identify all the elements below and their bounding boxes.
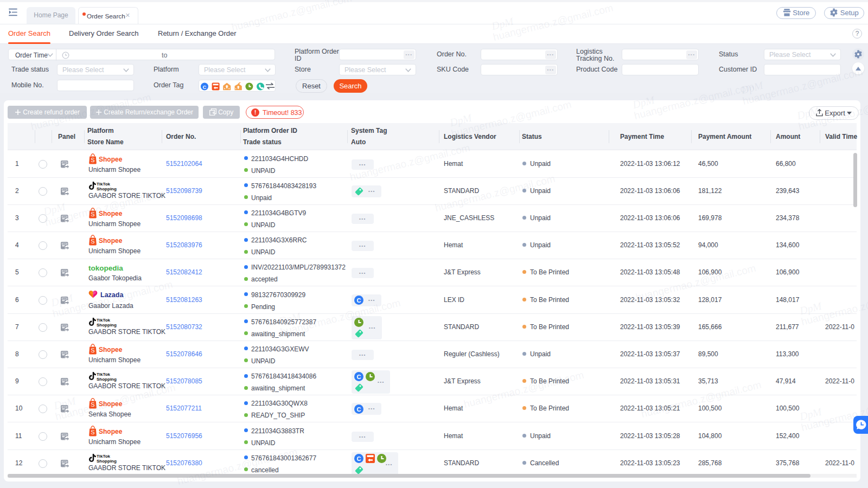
svg-text:S: S bbox=[91, 210, 94, 217]
svg-text:TikTok: TikTok bbox=[97, 317, 111, 322]
svg-text:C: C bbox=[357, 374, 361, 380]
svg-text:TikTok: TikTok bbox=[97, 453, 111, 458]
svg-text:Shopping: Shopping bbox=[97, 322, 117, 327]
svg-text:C: C bbox=[357, 455, 361, 462]
svg-text:C: C bbox=[357, 297, 361, 304]
svg-text:Shopee: Shopee bbox=[99, 155, 123, 163]
svg-text:Shopping: Shopping bbox=[97, 186, 117, 191]
svg-text:S: S bbox=[91, 238, 94, 245]
svg-text:Shopee: Shopee bbox=[99, 237, 123, 245]
svg-text:Shopee: Shopee bbox=[99, 209, 123, 217]
svg-text:S: S bbox=[91, 156, 94, 163]
svg-text:S: S bbox=[91, 401, 94, 408]
svg-text:Shopping: Shopping bbox=[97, 377, 117, 382]
svg-text:Shopee: Shopee bbox=[99, 345, 123, 353]
svg-text:TikTok: TikTok bbox=[97, 372, 111, 377]
svg-text:C: C bbox=[357, 406, 361, 413]
svg-text:TikTok: TikTok bbox=[97, 181, 111, 186]
svg-text:Shopee: Shopee bbox=[99, 400, 123, 408]
svg-text:Shopping: Shopping bbox=[97, 458, 117, 463]
svg-text:Lazada: Lazada bbox=[100, 291, 124, 299]
svg-text:Shopee: Shopee bbox=[99, 427, 123, 435]
svg-text:C: C bbox=[203, 84, 207, 90]
svg-text:S: S bbox=[91, 346, 94, 353]
svg-text:S: S bbox=[91, 428, 94, 435]
